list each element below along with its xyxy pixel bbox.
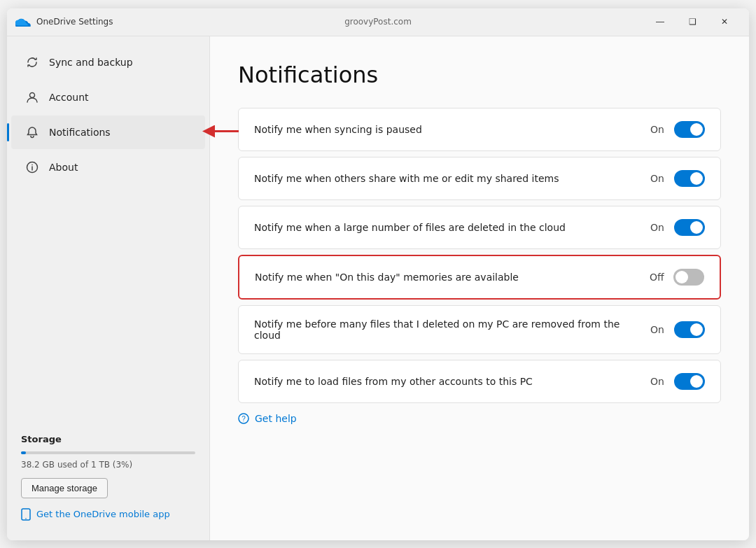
watermark: groovyPost.com xyxy=(344,17,412,27)
svg-point-6 xyxy=(25,518,27,519)
svg-point-0 xyxy=(30,92,35,97)
sidebar-item-notifications-label: Notifications xyxy=(49,127,111,138)
notification-right-notify-before-files-removed: On xyxy=(650,321,705,338)
sidebar: Sync and backup Account xyxy=(7,36,210,540)
toggle-notify-load-files[interactable] xyxy=(674,373,705,390)
app-logo: OneDrive Settings xyxy=(15,17,113,27)
notification-text-notify-others-share: Notify me when others share with me or e… xyxy=(254,173,650,184)
phone-icon xyxy=(21,508,31,521)
notification-status-notify-files-deleted: On xyxy=(650,222,667,233)
storage-label: Storage xyxy=(21,434,195,444)
sidebar-item-about-label: About xyxy=(49,162,78,173)
notification-status-notify-others-share: On xyxy=(650,173,667,184)
onedrive-settings-window: OneDrive Settings groovyPost.com — ❑ ✕ S… xyxy=(7,8,749,540)
storage-bar-fill xyxy=(21,451,26,454)
account-icon xyxy=(25,90,39,104)
notification-item-notify-others-share: Notify me when others share with me or e… xyxy=(238,157,721,200)
notification-right-notify-on-this-day: Off xyxy=(650,269,704,286)
sidebar-item-sync-backup[interactable]: Sync and backup xyxy=(11,45,205,79)
notification-status-notify-before-files-removed: On xyxy=(650,324,667,335)
notification-right-notify-load-files: On xyxy=(650,373,705,390)
storage-info: 38.2 GB used of 1 TB (3%) xyxy=(21,460,195,470)
mobile-app-label: Get the OneDrive mobile app xyxy=(36,509,170,519)
app-title: OneDrive Settings xyxy=(36,17,113,27)
sidebar-item-account-label: Account xyxy=(49,92,89,103)
notification-item-notify-syncing-paused: Notify me when syncing is pausedOn xyxy=(238,108,721,151)
notification-right-notify-others-share: On xyxy=(650,170,705,187)
sidebar-item-notifications[interactable]: Notifications xyxy=(11,115,205,149)
red-arrow-annotation xyxy=(200,121,239,143)
svg-text:?: ? xyxy=(241,415,246,423)
svg-point-4 xyxy=(31,164,33,165)
window-controls: — ❑ ✕ xyxy=(644,10,741,33)
window-body: Sync and backup Account xyxy=(7,36,749,540)
onedrive-cloud-icon xyxy=(15,17,31,27)
sidebar-item-account[interactable]: Account xyxy=(11,80,205,114)
titlebar: OneDrive Settings groovyPost.com — ❑ ✕ xyxy=(7,8,749,36)
page-title: Notifications xyxy=(238,62,721,88)
notification-item-notify-on-this-day: Notify me when "On this day" memories ar… xyxy=(238,255,721,300)
notifications-list: Notify me when syncing is pausedOnNotify… xyxy=(238,108,721,403)
main-content: Notifications Notify me when syncing is … xyxy=(210,36,749,540)
maximize-button[interactable]: ❑ xyxy=(676,10,708,33)
info-icon xyxy=(25,160,39,174)
toggle-notify-others-share[interactable] xyxy=(674,170,705,187)
close-button[interactable]: ✕ xyxy=(708,10,741,33)
storage-bar xyxy=(21,451,195,454)
notification-item-notify-before-files-removed: Notify me before many files that I delet… xyxy=(238,305,721,354)
notification-status-notify-on-this-day: Off xyxy=(650,272,666,283)
notification-item-notify-files-deleted: Notify me when a large number of files a… xyxy=(238,206,721,249)
help-icon: ? xyxy=(238,413,249,424)
get-help-link[interactable]: ? Get help xyxy=(238,413,721,424)
minimize-button[interactable]: — xyxy=(644,10,676,33)
notification-right-notify-files-deleted: On xyxy=(650,219,705,236)
toggle-notify-files-deleted[interactable] xyxy=(674,219,705,236)
notification-text-notify-before-files-removed: Notify me before many files that I delet… xyxy=(254,318,650,341)
sidebar-item-about[interactable]: About xyxy=(11,150,205,184)
sidebar-item-sync-backup-label: Sync and backup xyxy=(49,57,133,68)
get-help-label: Get help xyxy=(255,413,297,424)
sync-icon xyxy=(25,55,39,69)
toggle-notify-syncing-paused[interactable] xyxy=(674,121,705,138)
toggle-notify-on-this-day[interactable] xyxy=(673,269,704,286)
notification-right-notify-syncing-paused: On xyxy=(650,121,705,138)
notification-item-notify-load-files: Notify me to load files from my other ac… xyxy=(238,360,721,403)
notification-status-notify-load-files: On xyxy=(650,376,667,387)
notification-text-notify-syncing-paused: Notify me when syncing is paused xyxy=(254,124,650,135)
bell-icon xyxy=(25,125,39,139)
storage-section: Storage 38.2 GB used of 1 TB (3%) Manage… xyxy=(7,420,209,532)
mobile-app-link[interactable]: Get the OneDrive mobile app xyxy=(21,508,195,521)
notification-text-notify-on-this-day: Notify me when "On this day" memories ar… xyxy=(255,272,650,283)
notification-status-notify-syncing-paused: On xyxy=(650,124,667,135)
notification-text-notify-load-files: Notify me to load files from my other ac… xyxy=(254,376,650,387)
notification-text-notify-files-deleted: Notify me when a large number of files a… xyxy=(254,222,650,233)
manage-storage-button[interactable]: Manage storage xyxy=(21,478,108,498)
toggle-notify-before-files-removed[interactable] xyxy=(674,321,705,338)
